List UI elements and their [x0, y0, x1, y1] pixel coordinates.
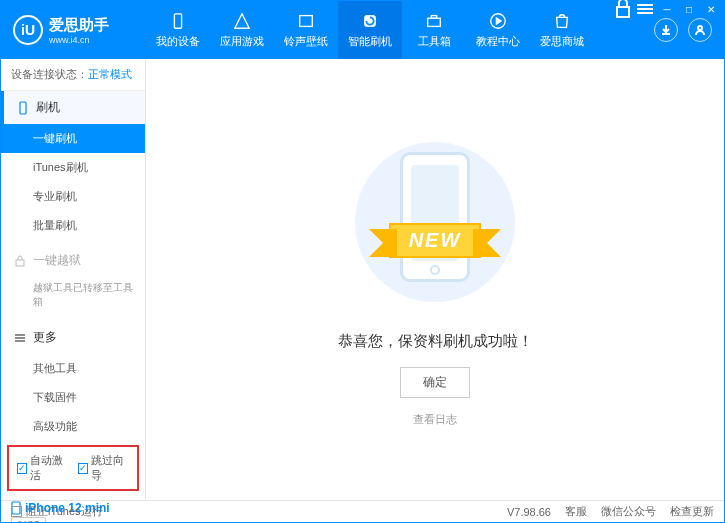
success-message: 恭喜您，保资料刷机成功啦！ — [338, 332, 533, 351]
sidebar-section-more[interactable]: 更多 — [1, 321, 145, 354]
app-url: www.i4.cn — [49, 35, 109, 45]
sidebar-item-download-firmware[interactable]: 下载固件 — [1, 383, 145, 412]
app-title: 爱思助手 — [49, 16, 109, 35]
more-icon — [13, 331, 27, 345]
new-ribbon: NEW — [389, 223, 482, 258]
flash-icon — [360, 11, 380, 31]
svg-rect-13 — [16, 260, 24, 266]
sidebar-section-flash[interactable]: 刷机 — [1, 91, 145, 124]
sidebar-item-other-tools[interactable]: 其他工具 — [1, 354, 145, 383]
logo-icon: iU — [13, 15, 43, 45]
connection-status: 设备连接状态：正常模式 — [1, 59, 145, 91]
checkbox-skip-guide[interactable]: ✓跳过向导 — [78, 453, 129, 483]
main-content: NEW 恭喜您，保资料刷机成功啦！ 确定 查看日志 — [146, 59, 724, 500]
success-illustration: NEW — [345, 132, 525, 312]
nav-toolbox[interactable]: 工具箱 — [402, 1, 466, 59]
wallpaper-icon — [296, 11, 316, 31]
svg-rect-0 — [617, 7, 629, 17]
svg-rect-12 — [20, 102, 26, 114]
options-highlight-box: ✓自动激活 ✓跳过向导 — [7, 445, 139, 491]
phone-icon — [16, 101, 30, 115]
sidebar-item-itunes-flash[interactable]: iTunes刷机 — [1, 153, 145, 182]
logo: iU 爱思助手 www.i4.cn — [1, 15, 146, 45]
device-icon — [168, 11, 188, 31]
toolbox-icon — [424, 11, 444, 31]
download-button[interactable] — [654, 18, 678, 42]
svg-rect-8 — [431, 16, 436, 19]
maximize-button[interactable]: □ — [679, 1, 699, 17]
sidebar: 设备连接状态：正常模式 刷机 一键刷机 iTunes刷机 专业刷机 批量刷机 一… — [1, 59, 146, 500]
apps-icon — [232, 11, 252, 31]
check-update-link[interactable]: 检查更新 — [670, 504, 714, 519]
version-label: V7.98.66 — [507, 506, 551, 518]
svg-rect-5 — [300, 16, 313, 27]
sidebar-item-pro-flash[interactable]: 专业刷机 — [1, 182, 145, 211]
close-button[interactable]: ✕ — [701, 1, 721, 17]
checkbox-block-itunes[interactable] — [11, 506, 22, 517]
svg-rect-4 — [174, 14, 181, 28]
ok-button[interactable]: 确定 — [400, 367, 470, 398]
support-link[interactable]: 客服 — [565, 504, 587, 519]
view-log-link[interactable]: 查看日志 — [413, 412, 457, 427]
sidebar-item-oneclick-flash[interactable]: 一键刷机 — [1, 124, 145, 153]
svg-point-11 — [698, 26, 702, 30]
jailbreak-note: 越狱工具已转移至工具箱 — [1, 277, 145, 317]
lock-icon[interactable] — [613, 1, 633, 17]
wechat-link[interactable]: 微信公众号 — [601, 504, 656, 519]
svg-rect-7 — [428, 18, 441, 26]
nav-flash[interactable]: 智能刷机 — [338, 1, 402, 59]
nav-ringtones[interactable]: 铃声壁纸 — [274, 1, 338, 59]
checkbox-auto-activate[interactable]: ✓自动激活 — [17, 453, 68, 483]
nav-store[interactable]: 爱思商城 — [530, 1, 594, 59]
sidebar-section-jailbreak: 一键越狱 — [1, 244, 145, 277]
menu-icon[interactable] — [635, 1, 655, 17]
minimize-button[interactable]: ─ — [657, 1, 677, 17]
sidebar-item-batch-flash[interactable]: 批量刷机 — [1, 211, 145, 240]
nav-my-device[interactable]: 我的设备 — [146, 1, 210, 59]
sidebar-item-advanced[interactable]: 高级功能 — [1, 412, 145, 441]
nav-apps[interactable]: 应用游戏 — [210, 1, 274, 59]
store-icon — [552, 11, 572, 31]
nav-tutorials[interactable]: 教程中心 — [466, 1, 530, 59]
lock-icon — [13, 254, 27, 268]
svg-marker-10 — [496, 17, 501, 24]
user-button[interactable] — [688, 18, 712, 42]
tutorial-icon — [488, 11, 508, 31]
